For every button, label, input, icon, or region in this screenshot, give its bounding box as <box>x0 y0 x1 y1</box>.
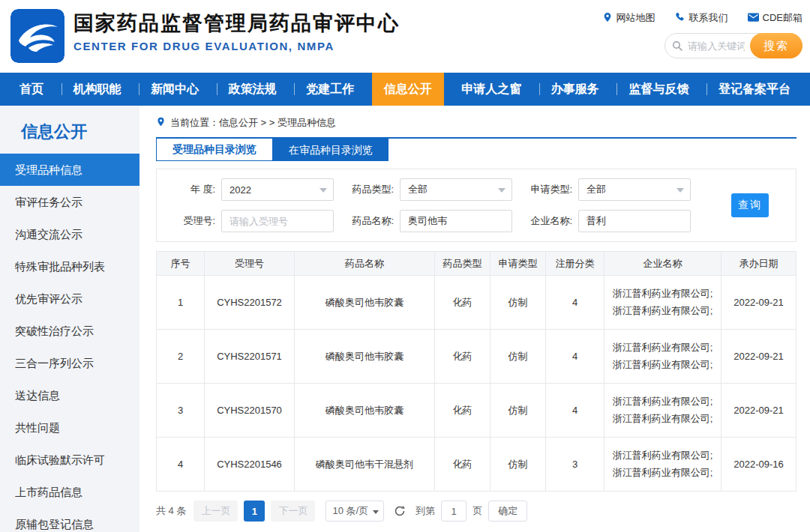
cell-accept-no: CYHS2201546 <box>205 438 295 492</box>
field-company-name: 企业名称: <box>526 210 691 232</box>
apply-type-select-value: 全部 <box>586 183 606 196</box>
drug-type-select[interactable]: 全部 <box>400 178 512 201</box>
col-header-date: 承办日期 <box>722 252 796 276</box>
goto-suffix-label: 页 <box>472 504 482 518</box>
col-header-reg-class: 注册分类 <box>546 252 604 276</box>
link-sitemap[interactable]: 网站地图 <box>602 11 656 25</box>
sidebar-item-breakthrough-therapy[interactable]: 突破性治疗公示 <box>0 315 140 347</box>
nav-item-services[interactable]: 办事服务 <box>539 73 611 106</box>
cell-date: 2022-09-21 <box>722 330 796 384</box>
field-drug-type: 药品类型: 全部 <box>347 178 512 201</box>
cell-accept-no: CYHS2201571 <box>205 330 295 384</box>
accept-no-input[interactable] <box>221 210 334 232</box>
nav-item-news[interactable]: 新闻中心 <box>139 73 211 106</box>
sidebar-item-excipients-registration[interactable]: 原辅包登记信息 <box>0 508 140 532</box>
cell-apply-type: 仿制 <box>490 330 546 384</box>
map-pin-icon <box>602 12 613 25</box>
year-select-value: 2022 <box>230 184 251 196</box>
sidebar-item-priority-review[interactable]: 优先审评公示 <box>0 282 140 315</box>
page-size-select[interactable]: 10 条/页 <box>326 501 384 522</box>
chevron-down-icon <box>320 188 327 193</box>
nav-item-registration-platform[interactable]: 登记备案平台 <box>706 73 802 106</box>
prev-page-button[interactable]: 上一页 <box>194 501 238 522</box>
nav-item-home[interactable]: 首页 <box>8 73 56 106</box>
page: 国家药品监督管理局药品审评中心 CENTER FOR DRUG EVALUATI… <box>0 0 810 532</box>
link-mailbox[interactable]: CDE邮箱 <box>748 11 802 25</box>
nav-item-supervision-feedback[interactable]: 监督与反馈 <box>616 73 700 106</box>
cell-company: 浙江普利药业有限公司;浙江普利药业有限公司; <box>604 384 722 438</box>
body-wrap: 信息公开 受理品种信息 审评任务公示 沟通交流公示 特殊审批品种列表 优先审评公… <box>0 106 810 532</box>
nav-item-organization[interactable]: 机构职能 <box>62 73 134 106</box>
mail-icon <box>748 13 759 24</box>
results-table: 序号 受理号 药品名称 药品类型 申请类型 注册分类 企业名称 承办日期 1 C… <box>156 251 796 492</box>
drug-type-select-value: 全部 <box>408 183 428 196</box>
main-nav: 首页 机构职能 新闻中心 政策法规 党建工作 信息公开 申请人之窗 办事服务 监… <box>0 73 810 106</box>
next-page-button[interactable]: 下一页 <box>271 501 315 522</box>
tab-under-review-catalog[interactable]: 在审品种目录浏览 <box>273 139 388 161</box>
apply-type-select[interactable]: 全部 <box>578 178 691 201</box>
query-button[interactable]: 查询 <box>731 193 769 217</box>
cell-drug-type: 化药 <box>435 438 490 492</box>
cell-date: 2022-09-21 <box>722 384 796 438</box>
sidebar-item-review-tasks[interactable]: 审评任务公示 <box>0 186 140 218</box>
cell-drug-name: 磷酸奥司他韦胶囊 <box>295 276 435 330</box>
site-title: 国家药品监督管理局药品审评中心 <box>74 11 400 35</box>
chevron-down-icon <box>373 510 379 514</box>
page-1-button[interactable]: 1 <box>244 501 265 522</box>
quick-links: 网站地图 联系我们 CDE邮箱 <box>602 11 802 25</box>
year-select[interactable]: 2022 <box>221 178 334 201</box>
page-size-value: 10 条/页 <box>332 504 368 518</box>
drug-name-input[interactable] <box>400 210 512 232</box>
goto-prefix-label: 到第 <box>416 504 435 518</box>
sidebar-item-accepted-varieties[interactable]: 受理品种信息 <box>0 154 140 186</box>
link-contact[interactable]: 联系我们 <box>675 11 728 25</box>
tabbar: 受理品种目录浏览 在审品种目录浏览 <box>156 139 796 161</box>
sidebar-item-communication[interactable]: 沟通交流公示 <box>0 218 140 250</box>
refresh-button[interactable] <box>393 504 406 518</box>
cell-company: 浙江普利药业有限公司;浙江普利药业有限公司; <box>604 276 722 330</box>
link-sitemap-label: 网站地图 <box>616 11 656 25</box>
cell-date: 2022-09-21 <box>722 276 796 330</box>
sidebar-item-clinical-trial-license[interactable]: 临床试验默示许可 <box>0 444 140 476</box>
nav-item-party-building[interactable]: 党建工作 <box>294 73 366 106</box>
table-header-row: 序号 受理号 药品名称 药品类型 申请类型 注册分类 企业名称 承办日期 <box>157 252 796 276</box>
cell-reg-class: 4 <box>546 384 604 438</box>
company-name-input[interactable] <box>578 210 691 232</box>
sidebar-item-three-in-one[interactable]: 三合一序列公示 <box>0 347 140 379</box>
cell-drug-name: 磷酸奥司他韦干混悬剂 <box>295 438 435 492</box>
goto-page-input[interactable] <box>441 501 466 522</box>
title-block: 国家药品监督管理局药品审评中心 CENTER FOR DRUG EVALUATI… <box>74 9 400 52</box>
apply-type-label: 申请类型: <box>526 183 572 196</box>
cell-accept-no: CYHS2201570 <box>205 384 295 438</box>
search-button[interactable]: 搜索 <box>750 33 802 58</box>
table-row: 3 CYHS2201570 磷酸奥司他韦胶囊 化药 仿制 4 浙江普利药业有限公… <box>157 384 796 438</box>
site-subtitle: CENTER FOR DRUG EVALUATION, NMPA <box>74 40 400 52</box>
cell-date: 2022-09-16 <box>722 438 796 492</box>
pagination: 共 4 条 上一页 1 下一页 10 条/页 到第 页 确定 <box>156 501 796 522</box>
field-year: 年 度: 2022 <box>169 178 334 201</box>
cell-reg-class: 4 <box>546 276 604 330</box>
col-header-accept-no: 受理号 <box>205 252 295 276</box>
table-row: 1 CYHS2201572 磷酸奥司他韦胶囊 化药 仿制 4 浙江普利药业有限公… <box>157 276 796 330</box>
nav-item-applicant-window[interactable]: 申请人之窗 <box>449 73 533 106</box>
cell-drug-type: 化药 <box>435 276 490 330</box>
cell-reg-class: 4 <box>546 330 604 384</box>
sidebar-item-common-issues[interactable]: 共性问题 <box>0 411 140 444</box>
sidebar-item-delivery-info[interactable]: 送达信息 <box>0 379 140 411</box>
sidebar-item-marketed-drugs[interactable]: 上市药品信息 <box>0 476 140 508</box>
nav-item-info-disclosure[interactable]: 信息公开 <box>372 73 444 106</box>
nav-item-policies[interactable]: 政策法规 <box>217 73 289 106</box>
cde-logo[interactable] <box>10 9 64 63</box>
cell-accept-no: CYHS2201572 <box>205 276 295 330</box>
cell-apply-type: 仿制 <box>490 438 546 492</box>
tab-accepted-catalog[interactable]: 受理品种目录浏览 <box>156 139 273 161</box>
search-icon <box>671 40 683 52</box>
cell-company: 浙江普利药业有限公司;浙江普利药业有限公司; <box>604 438 722 492</box>
main-content: 当前位置：信息公开 > > 受理品种信息 受理品种目录浏览 在审品种目录浏览 年… <box>140 106 810 532</box>
confirm-button[interactable]: 确定 <box>488 501 527 522</box>
col-header-index: 序号 <box>157 252 205 276</box>
sidebar-item-special-approval-list[interactable]: 特殊审批品种列表 <box>0 250 140 282</box>
searchbar: 搜索 <box>664 33 802 58</box>
accept-no-label: 受理号: <box>169 214 215 228</box>
table-row: 4 CYHS2201546 磷酸奥司他韦干混悬剂 化药 仿制 3 浙江普利药业有… <box>157 438 796 492</box>
